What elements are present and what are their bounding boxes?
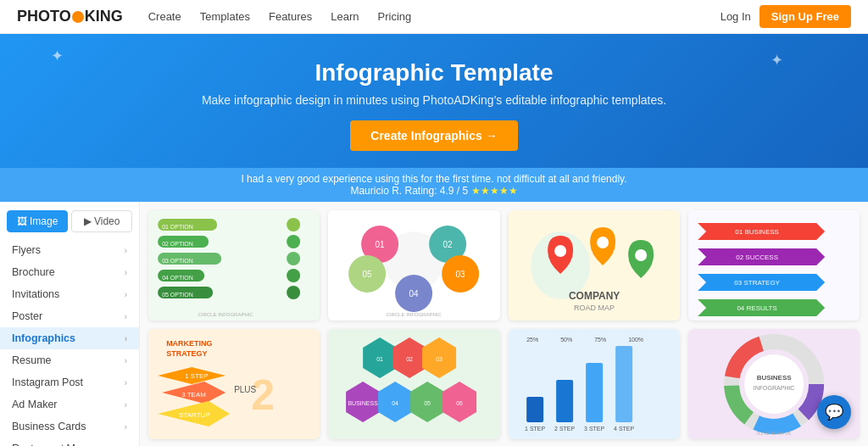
star-icon-1: ✦ xyxy=(51,47,64,65)
svg-text:03: 03 xyxy=(456,270,466,279)
template-card-3[interactable]: COMPANY ROAD MAP xyxy=(509,210,680,321)
template-preview-6: 01 02 03 BUSINESS 04 05 06 xyxy=(328,329,499,439)
signup-button[interactable]: Sign Up Free xyxy=(760,5,851,28)
template-preview-5: MARKETING STRATEGY 2 PLUS 1 STEP 3 TEAM … xyxy=(148,329,320,439)
chevron-icon: › xyxy=(125,290,127,299)
template-card-2[interactable]: 01 02 03 04 05 CIRCLE INFOGRAPHIC xyxy=(328,210,499,321)
sidebar-item-business-cards[interactable]: Business Cards› xyxy=(0,415,139,438)
svg-point-6 xyxy=(287,235,300,248)
svg-text:4 STEP: 4 STEP xyxy=(614,426,634,432)
chevron-icon: › xyxy=(125,246,127,255)
template-card-6[interactable]: 01 02 03 BUSINESS 04 05 06 xyxy=(328,329,499,439)
svg-text:01: 01 xyxy=(376,356,383,362)
main-layout: 🖼 Image ▶ Video Flyers› Brochure› Invita… xyxy=(0,202,868,446)
svg-text:03: 03 xyxy=(436,356,442,362)
svg-text:BUSINESS: BUSINESS xyxy=(756,374,792,382)
sidebar-item-poster[interactable]: Poster› xyxy=(0,305,139,327)
template-card-4[interactable]: 01 BUSINESS 02 SUCCESS 03 STRATEGY 04 RE… xyxy=(688,210,860,321)
sidebar-tabs: 🖼 Image ▶ Video xyxy=(7,210,132,232)
hero-subtitle: Make infographic design in minutes using… xyxy=(17,93,851,107)
svg-rect-71 xyxy=(556,380,573,422)
nav-features[interactable]: Features xyxy=(269,10,312,23)
svg-text:COMPANY: COMPANY xyxy=(568,290,619,302)
chevron-icon: › xyxy=(125,422,127,432)
hero-title: Infographic Template xyxy=(17,59,851,86)
sidebar-item-restaurant[interactable]: Restaurant Menu› xyxy=(0,438,139,446)
template-preview-2: 01 02 03 04 05 CIRCLE INFOGRAPHIC xyxy=(328,210,499,321)
svg-text:04: 04 xyxy=(409,289,420,298)
svg-text:2: 2 xyxy=(251,371,275,419)
logo-photo: PHOTO xyxy=(17,8,71,25)
svg-text:INFOGRAPHIC: INFOGRAPHIC xyxy=(754,385,795,391)
svg-text:STRATEGY: STRATEGY xyxy=(166,349,207,358)
testimonial-bar: I had a very good experience using this … xyxy=(0,168,868,202)
logo[interactable]: PHOTOKING xyxy=(17,8,123,25)
svg-text:CIRCLE INFOGRAPHIC: CIRCLE INFOGRAPHIC xyxy=(387,312,442,317)
svg-point-30 xyxy=(597,237,609,248)
svg-text:05: 05 xyxy=(363,270,373,279)
svg-text:03 STRATEGY: 03 STRATEGY xyxy=(734,279,780,287)
svg-text:02: 02 xyxy=(406,356,413,362)
chevron-icon: › xyxy=(125,400,127,410)
sidebar-item-infographics[interactable]: Infographics› xyxy=(0,327,139,349)
svg-text:01 02 03 04 05: 01 02 03 04 05 xyxy=(757,431,792,436)
svg-text:75%: 75% xyxy=(594,337,606,343)
sidebar-item-invitations[interactable]: Invitations› xyxy=(0,283,139,305)
svg-text:BUSINESS: BUSINESS xyxy=(348,400,379,406)
svg-text:25%: 25% xyxy=(526,337,538,343)
chevron-icon: › xyxy=(125,334,127,343)
svg-text:01 OPTION: 01 OPTION xyxy=(162,224,193,230)
svg-text:04 RESULTS: 04 RESULTS xyxy=(737,304,776,312)
sidebar-item-admaker[interactable]: Ad Maker› xyxy=(0,393,139,415)
chevron-icon: › xyxy=(125,378,127,387)
sidebar-item-instagram[interactable]: Instagram Post› xyxy=(0,371,139,393)
tab-image[interactable]: 🖼 Image xyxy=(7,210,68,232)
testimonial-text: I had a very good experience using this … xyxy=(5,173,863,185)
svg-text:03 OPTION: 03 OPTION xyxy=(162,258,193,264)
template-preview-1: 01 OPTION 02 OPTION 03 OPTION 04 OPTION … xyxy=(148,210,320,321)
svg-text:01: 01 xyxy=(376,240,386,249)
sidebar-item-flyers[interactable]: Flyers› xyxy=(0,239,139,261)
svg-text:01 BUSINESS: 01 BUSINESS xyxy=(735,228,779,236)
svg-rect-72 xyxy=(586,363,603,422)
sidebar: 🖼 Image ▶ Video Flyers› Brochure› Invita… xyxy=(0,202,140,446)
svg-text:02: 02 xyxy=(443,240,453,249)
svg-text:02 OPTION: 02 OPTION xyxy=(162,241,193,247)
svg-text:3 STEP: 3 STEP xyxy=(584,426,604,432)
svg-text:50%: 50% xyxy=(560,337,572,343)
nav-create[interactable]: Create xyxy=(148,10,181,23)
svg-text:04 OPTION: 04 OPTION xyxy=(162,275,193,281)
nav-pricing[interactable]: Pricing xyxy=(378,10,412,23)
svg-text:1 STEP: 1 STEP xyxy=(185,372,209,380)
hero-section: ✦ ✦ Infographic Template Make infographi… xyxy=(0,34,868,168)
nav-links: Create Templates Features Learn Pricing xyxy=(148,10,721,23)
template-card-7[interactable]: 25% 50% 75% 100% 1 STEP 2 STEP 3 STEP xyxy=(509,329,680,439)
template-card-1[interactable]: 01 OPTION 02 OPTION 03 OPTION 04 OPTION … xyxy=(148,210,320,321)
logo-circle-icon xyxy=(72,11,84,23)
svg-rect-70 xyxy=(526,397,543,422)
chevron-icon: › xyxy=(125,312,127,321)
chevron-icon: › xyxy=(125,356,127,365)
svg-point-31 xyxy=(635,249,647,261)
chevron-icon: › xyxy=(125,268,127,277)
chat-button[interactable]: 💬 xyxy=(817,395,851,429)
tab-video[interactable]: ▶ Video xyxy=(71,210,132,232)
navbar: PHOTOKING Create Templates Features Lear… xyxy=(0,0,868,34)
svg-point-5 xyxy=(287,218,300,231)
svg-text:04: 04 xyxy=(392,400,398,406)
svg-text:05 OPTION: 05 OPTION xyxy=(162,292,193,298)
nav-templates[interactable]: Templates xyxy=(200,10,250,23)
svg-text:100%: 100% xyxy=(628,337,643,343)
sidebar-item-resume[interactable]: Resume› xyxy=(0,349,139,371)
svg-text:MARKETING: MARKETING xyxy=(166,339,213,348)
sidebar-item-brochure[interactable]: Brochure› xyxy=(0,261,139,283)
template-preview-7: 25% 50% 75% 100% 1 STEP 2 STEP 3 STEP xyxy=(509,329,680,439)
template-grid-container: 01 OPTION 02 OPTION 03 OPTION 04 OPTION … xyxy=(140,202,868,446)
create-button[interactable]: Create Infographics → xyxy=(350,120,517,151)
chat-icon: 💬 xyxy=(825,403,843,421)
login-button[interactable]: Log In xyxy=(721,10,751,23)
svg-point-8 xyxy=(287,269,300,282)
nav-learn[interactable]: Learn xyxy=(331,10,359,23)
template-preview-3: COMPANY ROAD MAP xyxy=(509,210,680,321)
template-card-5[interactable]: MARKETING STRATEGY 2 PLUS 1 STEP 3 TEAM … xyxy=(148,329,320,439)
